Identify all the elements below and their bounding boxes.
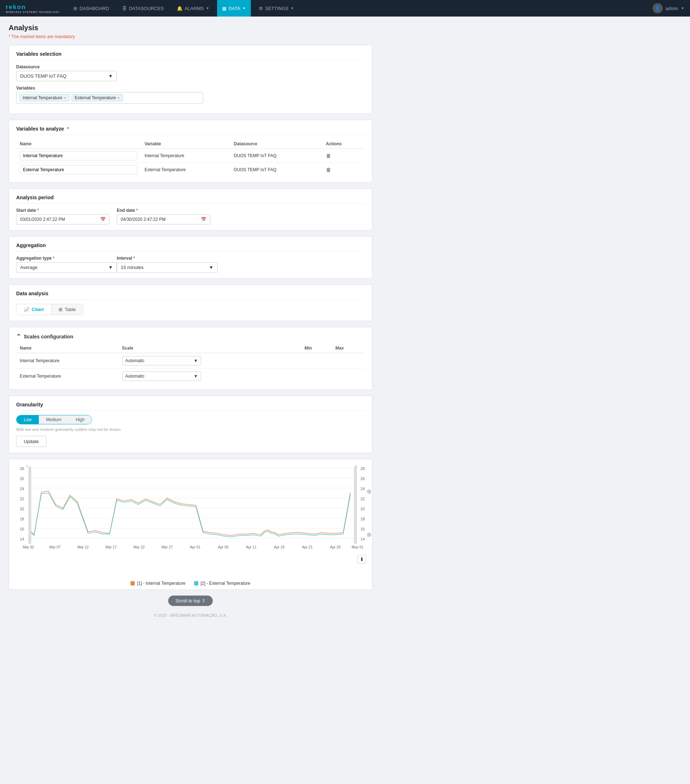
scales-col-min: Min [301,343,332,353]
username: admin [665,6,678,11]
data-analysis-title: Data analysis [16,291,365,300]
svg-text:24: 24 [360,487,365,491]
variables-selection-title: Variables selection [16,51,365,60]
nav-user[interactable]: 👤 admin ▼ [652,3,684,13]
gran-high[interactable]: High [69,415,92,424]
analysis-period-card: Analysis period Start date * 03/01/2020 … [8,188,372,231]
variables-tags-box[interactable]: Internal Temperature × External Temperat… [16,92,203,104]
granularity-buttons: Low Medium High [16,415,92,424]
nav-datasources[interactable]: 🗄 DATASOURCES [117,0,169,16]
chart-container: 28 26 24 22 20 18 16 14 28 26 24 22 20 1… [8,459,372,590]
legend-dot-external [194,581,199,585]
scales-header[interactable]: ⌃ Scales configuration [16,333,365,340]
aggregation-card: Aggregation Aggregation type * Average ▼… [8,236,372,279]
datasource-select[interactable]: DUOS TEMP IoT FAQ ▼ [16,71,117,81]
svg-text:20: 20 [360,507,365,511]
footer: © 2020 - BRESIMAR AUTOMAÇÃO, S.A. [8,609,372,625]
end-date-group: End date * 04/30/2020 2:47:22 PM 📅 [117,208,210,224]
var-name-input[interactable] [20,151,137,160]
avatar: 👤 [652,3,663,13]
variables-selection-card: Variables selection Datasource DUOS TEMP… [8,45,372,114]
variables-group: Variables Internal Temperature × Externa… [16,86,365,104]
agg-type-select[interactable]: Average ▼ [16,262,117,273]
table-icon: ⊞ [59,307,62,312]
scroll-to-top-button[interactable]: Scroll to top ⇧ [168,596,212,606]
table-row: Internal Temperature Automatic ▼ [16,353,365,369]
var-name-input[interactable] [20,165,137,175]
agg-interval-req: * [133,256,135,261]
scales-table-header: Name Scale Min Max [16,343,365,353]
col-name: Name [16,139,141,149]
gran-low[interactable]: Low [16,415,39,424]
col-variable: Variable [141,139,230,149]
svg-text:Mar 02: Mar 02 [23,545,34,549]
svg-text:18: 18 [20,517,24,521]
datasource-chevron-icon: ▼ [108,73,113,79]
brand-name: rekon [6,3,60,11]
agg-interval-group: Interval * 15 minutes ▼ [117,256,210,273]
grid-icon: ⊞ [73,6,77,11]
nav-data[interactable]: ▦ DATA ▼ [217,0,251,16]
svg-text:May 01: May 01 [352,545,364,549]
chart-download-button[interactable]: ⬇ [358,555,366,563]
scale-select[interactable]: Automatic ▼ [122,356,201,366]
delete-row-button[interactable]: 🗑 [326,153,331,158]
tag-internal-temp[interactable]: Internal Temperature × [20,94,69,101]
svg-point-42 [367,533,371,537]
scale-select[interactable]: Automatic ▼ [122,372,201,381]
svg-text:Mar 17: Mar 17 [105,545,117,549]
main-content: Analysis * The marked items are mandator… [0,16,381,632]
calendar-icon-start: 📅 [100,217,106,222]
tab-chart[interactable]: 📈 Chart [16,304,51,315]
table-row: External Temperature DUOS TEMP IoT FAQ 🗑 [16,163,365,177]
mandatory-note: * The marked items are mandatory [8,34,372,39]
agg-type-label: Aggregation type * [16,256,110,261]
svg-text:22: 22 [20,497,24,501]
aggregation-row: Aggregation type * Average ▼ Interval * … [16,256,365,273]
scales-col-scale: Scale [118,343,301,353]
svg-point-41 [367,489,371,494]
col-datasource: Datasource [230,139,322,149]
svg-rect-37 [28,466,31,544]
tag-external-temp[interactable]: External Temperature × [72,94,123,101]
data-analysis-tabs: 📈 Chart ⊞ Table [16,304,84,315]
scales-card: ⌃ Scales configuration Name Scale Min Ma… [8,327,372,390]
svg-text:26: 26 [360,476,365,481]
agg-interval-select[interactable]: 15 minutes ▼ [117,262,217,273]
svg-text:⤡: ⤡ [355,464,358,468]
remove-internal-temp[interactable]: × [64,96,66,100]
brand-logo: rekon WIRELESS SYSTEMS TECHNOLOGY [6,3,60,13]
svg-text:14: 14 [360,537,365,541]
scale-chevron-icon: ▼ [194,358,198,363]
page-title: Analysis [8,24,372,32]
variables-to-analyze-title: Variables to analyze * [16,126,365,135]
table-row: External Temperature Automatic ▼ [16,369,365,384]
svg-text:14: 14 [20,537,24,541]
gran-medium[interactable]: Medium [39,415,69,424]
tab-table[interactable]: ⊞ Table [51,304,83,315]
svg-text:16: 16 [20,527,24,531]
update-button[interactable]: Update [16,436,46,447]
nav-dashboard[interactable]: ⊞ DASHBOARD [68,0,114,16]
nav-settings[interactable]: ⚙ SETTINGS ▼ [254,0,299,16]
start-date-group: Start date * 03/01/2020 2:47:22 PM 📅 [16,208,110,224]
chart-svg: 28 26 24 22 20 18 16 14 28 26 24 22 20 1… [13,463,372,578]
agg-type-req: * [53,256,54,261]
svg-text:Apr 06: Apr 06 [218,545,228,549]
start-date-label: Start date * [16,208,110,213]
svg-text:26: 26 [20,476,24,481]
end-date-input[interactable]: 04/30/2020 2:47:22 PM 📅 [117,214,210,224]
svg-text:Mar 27: Mar 27 [161,545,173,549]
calendar-icon-end: 📅 [201,217,206,222]
required-asterisk: * [67,126,69,132]
datasource-group: Datasource DUOS TEMP IoT FAQ ▼ [16,64,365,81]
start-date-input[interactable]: 03/01/2020 2:47:22 PM 📅 [16,214,110,224]
remove-external-temp[interactable]: × [117,96,119,100]
nav-alarms[interactable]: 🔔 ALARMS ▼ [172,0,214,16]
scales-table: Name Scale Min Max Internal Temperature … [16,343,365,384]
granularity-title: Granularity [16,402,365,411]
svg-text:20: 20 [20,507,24,511]
chart-svg-wrap: 28 26 24 22 20 18 16 14 28 26 24 22 20 1… [13,463,368,578]
svg-text:Apr 21: Apr 21 [302,545,313,549]
delete-row-button[interactable]: 🗑 [326,167,331,173]
